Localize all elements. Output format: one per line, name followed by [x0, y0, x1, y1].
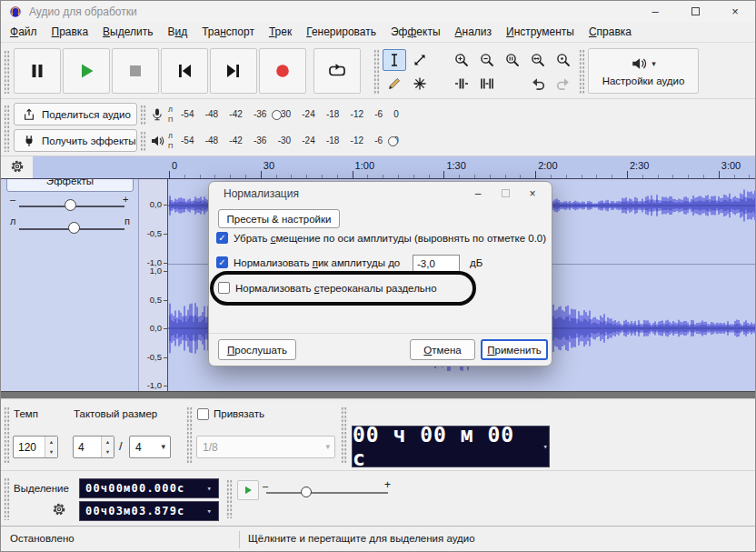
menu-item-transport[interactable]: Транспорт	[194, 23, 262, 41]
left-channel-label: Л	[168, 105, 173, 115]
dialog-minimize-button[interactable]: –	[464, 182, 492, 205]
track-vertical-ruler[interactable]: 0,0-0,5-1,01,00,50,0-0,5-1,0	[139, 179, 168, 391]
selection-start-display[interactable]: 00ч00м00.000с ▾	[79, 478, 219, 498]
toolbar-grip[interactable]	[4, 477, 10, 520]
menu-item-edit[interactable]: Правка	[45, 23, 96, 41]
chevron-down-icon: ▾	[543, 443, 549, 451]
preview-button[interactable]: Прослушать	[218, 339, 296, 360]
menu-item-help[interactable]: Справка	[582, 23, 639, 41]
tempo-spinner[interactable]: ▲▼	[45, 437, 57, 457]
vertical-scale-label: -1,0	[147, 381, 162, 390]
vertical-scale-tick	[164, 234, 167, 235]
zoom-selection-button[interactable]	[501, 49, 524, 71]
timeline-label: 0	[172, 160, 177, 171]
play-speed-slider-track[interactable]	[266, 492, 388, 494]
spin-down-icon[interactable]: ▼	[45, 447, 57, 458]
play-button[interactable]	[63, 48, 110, 94]
maximize-button[interactable]	[675, 1, 715, 22]
skip-to-start-button[interactable]	[161, 48, 208, 94]
beats-input[interactable]: 4 ▲▼	[73, 436, 114, 458]
presets-settings-button[interactable]: Пресеты & настройки	[218, 209, 340, 228]
zoom-out-button[interactable]	[475, 49, 499, 71]
toolbar-grip[interactable]	[579, 49, 585, 95]
track-effects-button[interactable]: Эффекты	[6, 179, 134, 192]
get-effects-button[interactable]: Получить эффекты	[14, 129, 137, 152]
snap-interval-select[interactable]: 1/8 ▾	[196, 436, 335, 458]
note-value-select[interactable]: 4 ▾	[129, 436, 171, 458]
silence-selection-button[interactable]	[475, 73, 499, 95]
pause-button[interactable]	[14, 48, 61, 94]
menu-item-tracks[interactable]: Трек	[262, 23, 299, 41]
share-audio-button[interactable]: Поделиться аудио	[14, 103, 137, 125]
menu-item-file[interactable]: Файл	[3, 23, 45, 41]
minimize-button[interactable]: –	[635, 1, 675, 22]
snap-checkbox[interactable]	[197, 408, 209, 420]
stop-button[interactable]	[112, 48, 159, 94]
normalize-stereo-checkbox[interactable]	[218, 282, 230, 294]
menu-item-generate[interactable]: Генерировать	[299, 23, 383, 41]
toolbar-grip[interactable]	[140, 105, 146, 125]
selection-tool-button[interactable]	[383, 49, 406, 71]
toolbar-grip[interactable]	[140, 131, 146, 151]
skip-to-end-button[interactable]	[210, 48, 257, 94]
multi-tool-button[interactable]	[408, 73, 432, 95]
remove-dc-checkbox[interactable]: ✓	[216, 232, 228, 244]
draw-tool-button[interactable]	[383, 73, 406, 95]
apply-button[interactable]: Применить	[481, 339, 548, 360]
close-button[interactable]: ×	[715, 1, 755, 22]
normalize-peak-checkbox[interactable]: ✓	[216, 256, 228, 268]
playback-meter[interactable]: Л П -54-48-42-36-30-24-18-12-60	[148, 129, 401, 154]
toolbar-grip[interactable]	[4, 105, 10, 152]
vertical-scale-label: 0,5	[150, 296, 162, 305]
zoom-in-button[interactable]	[450, 49, 473, 71]
zoom-in-icon	[454, 53, 469, 67]
play-at-speed-button[interactable]	[237, 480, 259, 500]
timeline-ruler[interactable]: 0301:001:302:002:303:00	[33, 156, 755, 178]
dialog-close-button[interactable]: ×	[519, 182, 546, 205]
toolbar-grip[interactable]	[186, 406, 193, 463]
zoom-project-button[interactable]	[526, 49, 550, 71]
menu-item-tools[interactable]: Инструменты	[499, 23, 582, 41]
toolbar-grip[interactable]	[373, 49, 380, 95]
tempo-input[interactable]: 120 ▲▼	[13, 436, 58, 458]
spin-up-icon[interactable]: ▲	[102, 437, 114, 447]
beats-spinner[interactable]: ▲▼	[101, 437, 114, 457]
menu-item-view[interactable]: Вид	[160, 23, 194, 41]
volume-slider-thumb[interactable]	[65, 199, 76, 211]
peak-amplitude-input[interactable]	[413, 255, 460, 273]
audio-settings-button[interactable]: ▾ Настройки аудио	[588, 48, 699, 94]
redo-button[interactable]	[552, 73, 575, 95]
record-button[interactable]	[259, 48, 306, 94]
menu-item-analyze[interactable]: Анализ	[448, 23, 500, 41]
zoom-toggle-button[interactable]	[552, 49, 575, 71]
toolbar-grip[interactable]	[4, 406, 10, 463]
undo-button[interactable]	[526, 73, 550, 95]
recording-meter[interactable]: Л П -54-48-42-36-30-24-18-12-60	[148, 103, 401, 127]
pan-slider-thumb[interactable]	[68, 222, 80, 234]
loop-button[interactable]	[313, 48, 361, 94]
dialog-maximize-button[interactable]	[492, 182, 519, 205]
trim-outside-selection-button[interactable]	[450, 73, 473, 95]
playback-volume-slider[interactable]	[388, 136, 398, 146]
toolbar-grip[interactable]	[341, 406, 347, 463]
menu-item-effects[interactable]: Эффекты	[383, 23, 448, 41]
loop-icon	[327, 61, 347, 81]
get-effects-label: Получить эффекты	[42, 135, 136, 146]
envelope-tool-button[interactable]	[408, 49, 432, 71]
toolbar-grip[interactable]	[226, 479, 233, 518]
spin-down-icon[interactable]: ▼	[102, 447, 114, 458]
recording-volume-slider[interactable]	[272, 110, 282, 120]
gear-icon[interactable]	[52, 502, 66, 517]
cancel-button[interactable]: Отмена	[410, 339, 475, 360]
track-control-panel[interactable]: Эффекты – + л п	[1, 179, 139, 391]
selection-end-display[interactable]: 00ч03м03.879с ▾	[79, 501, 219, 521]
toolbar-grip[interactable]	[4, 50, 10, 94]
audio-position-display[interactable]: 00 ч 00 м 00 с ▾	[352, 426, 550, 467]
menu-item-select[interactable]: Выделить	[95, 23, 160, 41]
timeline-options-button[interactable]	[10, 159, 25, 177]
timeline-tick	[443, 171, 444, 178]
share-meter-toolbar: Поделиться аудио Получить эффекты Л П -5…	[1, 99, 755, 156]
audacity-window: Аудио для обработки – × ФайлПравкаВыдели…	[0, 0, 756, 552]
spin-up-icon[interactable]: ▲	[45, 437, 57, 447]
play-speed-slider-thumb[interactable]	[301, 487, 312, 497]
